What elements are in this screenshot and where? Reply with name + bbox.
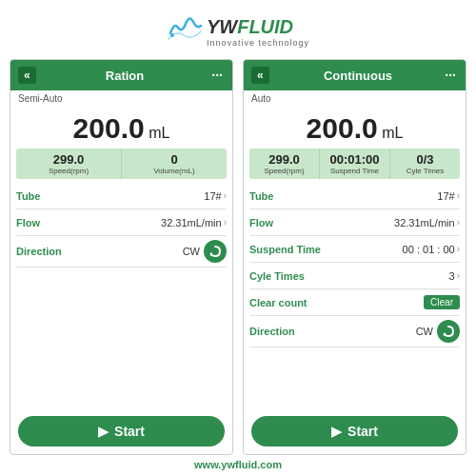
continuous-cyle-chevron: › (457, 270, 460, 281)
continuous-direction-label: Direction (249, 326, 316, 337)
continuous-info-rows: Tube 17# › Flow 32.31mL/min › Suspend Ti… (244, 183, 466, 410)
ration-play-icon: ▶ (98, 424, 109, 439)
continuous-suspend-value: 00:01:00 (322, 152, 387, 167)
logo-container: YWFLUID Innovative technology (167, 14, 309, 50)
ration-vol-value: 0 (124, 152, 225, 167)
continuous-volume-display: 200.0 mL (244, 107, 466, 149)
ration-volume-unit: mL (149, 125, 169, 141)
ration-volume-number: 200.0 (73, 112, 145, 144)
continuous-speed-label: Speed(rpm) (251, 167, 317, 175)
continuous-tube-chevron: › (457, 190, 460, 201)
ration-flow-row[interactable]: Flow 32.31mL/min › (16, 209, 227, 236)
ration-direction-value: CW (83, 246, 200, 257)
continuous-clear-count-label: Clear count (249, 297, 316, 308)
continuous-cyle-value: 0/3 (392, 152, 458, 167)
ration-flow-chevron: › (224, 217, 227, 228)
panel-continuous: « Continuous ··· Auto 200.0 mL 299.0 Spe… (243, 59, 466, 455)
continuous-flow-row[interactable]: Flow 32.31mL/min › (249, 209, 460, 236)
ration-tube-row[interactable]: Tube 17# › (16, 183, 227, 209)
continuous-suspend-time-value: 00 : 01 : 00 (321, 244, 455, 255)
continuous-direction-value: CW (316, 326, 433, 337)
ration-mode: Semi-Auto (10, 90, 232, 107)
ration-start-button[interactable]: ▶ Start (18, 416, 225, 446)
ration-back-button[interactable]: « (18, 67, 36, 84)
ration-start-label: Start (114, 424, 145, 439)
continuous-cyle-times-value: 3 (316, 270, 455, 282)
continuous-direction-row: Direction CW (249, 316, 460, 347)
continuous-flow-chevron: › (457, 217, 460, 228)
panels: « Ration ··· Semi-Auto 200.0 mL 299.0 Sp… (0, 59, 476, 455)
ration-tube-chevron: › (224, 190, 227, 201)
ration-volume-display: 200.0 mL (10, 107, 232, 149)
continuous-start-label: Start (347, 424, 378, 439)
continuous-tube-row[interactable]: Tube 17# › (249, 183, 460, 209)
logo-wave-icon (167, 14, 203, 50)
continuous-start-button[interactable]: ▶ Start (251, 416, 458, 446)
ration-stat-speed: 299.0 Speed(rpm) (16, 149, 122, 179)
ration-vol-label: Volume(mL) (124, 167, 225, 175)
continuous-more-button[interactable]: ··· (443, 68, 458, 83)
continuous-flow-value: 32.31mL/min (316, 217, 455, 228)
continuous-back-button[interactable]: « (251, 67, 269, 84)
continuous-start-wrap: ▶ Start (244, 410, 466, 454)
ration-stat-volume: 0 Volume(mL) (122, 149, 227, 179)
footer-url: www.ywfluid.com (194, 459, 282, 470)
panel-ration: « Ration ··· Semi-Auto 200.0 mL 299.0 Sp… (10, 59, 233, 455)
logo-tagline: Innovative technology (207, 38, 309, 48)
panel-ration-header: « Ration ··· (10, 60, 232, 90)
ration-tube-label: Tube (16, 190, 83, 202)
logo-name: YWFLUID (207, 16, 293, 38)
continuous-stat-cyle: 0/3 Cyle Times (390, 149, 460, 179)
ration-speed-label: Speed(rpm) (18, 167, 119, 175)
ration-tube-value: 17# (83, 190, 222, 202)
continuous-clear-count-row: Clear count Clear (249, 289, 460, 316)
ration-direction-button[interactable] (204, 240, 227, 263)
continuous-stats-row: 299.0 Speed(rpm) 00:01:00 Suspend Time 0… (249, 149, 460, 179)
logo-fluid: FLUID (237, 16, 293, 37)
continuous-tube-label: Tube (249, 190, 316, 202)
continuous-title: Continuous (273, 69, 444, 83)
continuous-cyle-times-label: Cyle Times (249, 270, 316, 282)
continuous-clear-button[interactable]: Clear (424, 295, 460, 309)
continuous-suspend-time-label: Suspend Time (249, 244, 321, 255)
continuous-cyle-row[interactable]: Cyle Times 3 › (249, 263, 460, 289)
continuous-speed-value: 299.0 (251, 152, 317, 167)
continuous-play-icon: ▶ (331, 424, 342, 439)
continuous-suspend-chevron: › (457, 244, 460, 254)
continuous-stat-suspend: 00:01:00 Suspend Time (320, 149, 390, 179)
ration-info-rows: Tube 17# › Flow 32.31mL/min › Direction … (10, 183, 232, 410)
ration-flow-label: Flow (16, 217, 83, 228)
ration-stats-row: 299.0 Speed(rpm) 0 Volume(mL) (16, 149, 227, 179)
continuous-volume-number: 200.0 (307, 112, 378, 144)
ration-direction-row: Direction CW (16, 236, 227, 268)
ration-title: Ration (40, 69, 210, 83)
ration-start-wrap: ▶ Start (10, 410, 232, 454)
continuous-stat-speed: 299.0 Speed(rpm) (249, 149, 320, 179)
ration-more-button[interactable]: ··· (209, 68, 225, 83)
ration-speed-value: 299.0 (18, 152, 119, 167)
page-wrapper: YWFLUID Innovative technology « Ration ·… (0, 0, 476, 476)
ration-flow-value: 32.31mL/min (83, 217, 222, 228)
continuous-flow-label: Flow (249, 217, 316, 228)
continuous-volume-unit: mL (382, 125, 403, 141)
header: YWFLUID Innovative technology (0, 0, 476, 59)
continuous-mode: Auto (244, 90, 466, 107)
ration-direction-label: Direction (16, 246, 83, 257)
continuous-direction-button[interactable] (437, 320, 460, 343)
continuous-cyle-label: Cyle Times (392, 167, 458, 175)
logo-yw: YW (207, 16, 237, 37)
continuous-tube-value: 17# (316, 190, 455, 202)
continuous-suspend-label: Suspend Time (322, 167, 387, 175)
footer: www.ywfluid.com (0, 455, 476, 476)
continuous-suspend-row[interactable]: Suspend Time 00 : 01 : 00 › (249, 236, 460, 263)
panel-continuous-header: « Continuous ··· (244, 60, 466, 90)
